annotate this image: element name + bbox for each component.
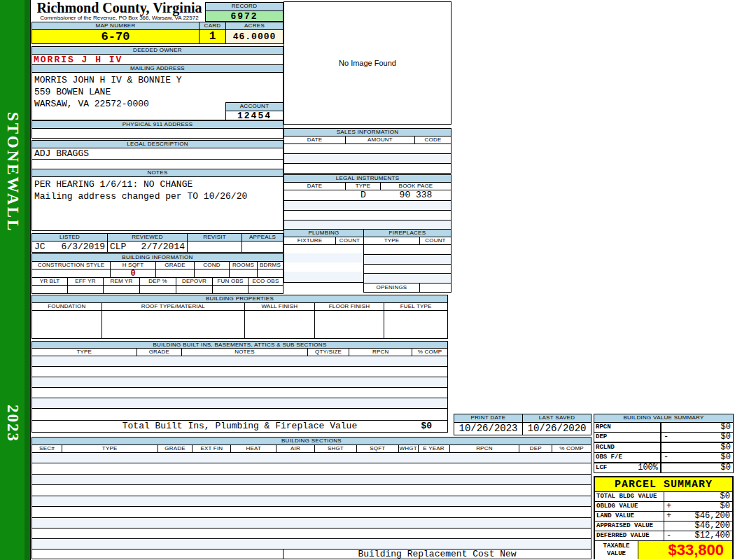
built-ins-total-row: Total Built Ins, Plumbing & Fireplace Va… bbox=[31, 420, 448, 433]
property-record-card: STONEWALL 2023 Richmond County, Virginia… bbox=[0, 0, 735, 560]
tax-year: 2023 bbox=[4, 405, 22, 442]
h-sqft-field[interactable]: 0 bbox=[111, 270, 156, 277]
col-rooms: ROOMS bbox=[230, 262, 258, 269]
col-floor-finish: FLOOR FINISH bbox=[315, 303, 385, 310]
construction-style-field[interactable] bbox=[32, 270, 111, 277]
county-title: Richmond County, Virginia bbox=[34, 1, 205, 15]
legal-instrument-row[interactable]: D 90 338 bbox=[284, 190, 451, 201]
col-yr-blt: YR BLT bbox=[32, 278, 68, 285]
col-e-year: E YEAR bbox=[419, 445, 450, 452]
instr-book-page-cell: 90 338 bbox=[381, 190, 451, 200]
appeals-label: APPEALS bbox=[242, 234, 283, 241]
built-ins-total-value: $0 bbox=[421, 421, 432, 432]
grade-field[interactable] bbox=[156, 270, 195, 277]
bvs-label: LCF 100% bbox=[594, 463, 661, 472]
col-cond: COND bbox=[195, 262, 230, 269]
col-fixture: FIXTURE bbox=[284, 237, 336, 244]
legal-description-field[interactable]: ADJ BRAGGS bbox=[31, 148, 284, 160]
sales-empty-row bbox=[284, 163, 451, 174]
col-sqft: SQFT bbox=[357, 445, 399, 452]
fireplace-empty-row bbox=[363, 244, 451, 255]
col-heat: HEAT bbox=[231, 445, 276, 452]
listed-field[interactable]: JC 6/3/2019 bbox=[32, 241, 108, 252]
bvs-row-obs: OBS F/E - $0 bbox=[594, 452, 734, 463]
building-sections-empty-row bbox=[31, 517, 592, 528]
bvs-label: RCLND bbox=[594, 443, 661, 452]
listed-label: LISTED bbox=[32, 234, 108, 241]
bvs-label: OBS F/E bbox=[594, 453, 661, 462]
col-pct-comp: % COMP bbox=[412, 349, 447, 356]
openings-row: OPENINGS bbox=[363, 283, 451, 293]
deeded-owner-field[interactable]: MORRIS J H IV bbox=[31, 54, 284, 65]
legal-instruments-empty-row bbox=[284, 210, 451, 220]
acres-field[interactable]: 46.0000 bbox=[225, 29, 284, 44]
building-sections-footer-row: Building Replacement Cost New bbox=[31, 549, 592, 559]
col-book-page: BOOK PAGE bbox=[381, 183, 451, 190]
bvs-label: DEP bbox=[594, 433, 661, 442]
col-instr-type: TYPE bbox=[346, 183, 381, 190]
revisit-label: REVISIT bbox=[188, 234, 242, 241]
col-construction-style: CONSTRUCTION STYLE bbox=[32, 262, 111, 269]
note-line: PER HEARING 1/6/11: NO CHANGE bbox=[34, 178, 283, 190]
notes-field[interactable]: PER HEARING 1/6/11: NO CHANGE Mailing ad… bbox=[31, 176, 284, 231]
cond-field[interactable] bbox=[195, 270, 230, 277]
appeals-field[interactable] bbox=[242, 241, 283, 252]
building-sections-empty-row bbox=[31, 484, 592, 496]
openings-count-field[interactable] bbox=[420, 284, 451, 292]
physical-911-field[interactable] bbox=[31, 128, 284, 139]
col-fireplace-type: TYPE bbox=[364, 237, 420, 244]
parcel-row: APPRAISED VALUE $46,200 bbox=[595, 522, 732, 531]
last-saved-value: 10/26/2020 bbox=[522, 422, 592, 435]
col-instr-date: DATE bbox=[284, 183, 346, 190]
col-fixture-count: COUNT bbox=[336, 237, 363, 244]
built-ins-total-label: Total Built Ins, Plumbing & Fireplace Va… bbox=[32, 421, 447, 432]
col-h-sqft: H SQFT bbox=[111, 262, 156, 269]
col-dep-pct: DEP % bbox=[140, 278, 176, 285]
col-notes: NOTES bbox=[182, 349, 307, 356]
card-number-field[interactable]: 1 bbox=[199, 29, 226, 44]
rooms-field[interactable] bbox=[230, 270, 258, 277]
sales-empty-row bbox=[284, 144, 451, 154]
building-sections-empty-row bbox=[31, 538, 592, 550]
record-number-field[interactable]: 6972 bbox=[205, 10, 284, 22]
property-image-panel: No Image Found bbox=[284, 1, 451, 125]
parcel-row: OBLDG VALUE + $0 bbox=[595, 502, 732, 512]
built-ins-empty-row bbox=[31, 377, 448, 388]
building-sections-empty-row bbox=[31, 506, 592, 518]
plumbing-rows bbox=[284, 244, 364, 283]
print-date-value: 10/26/2023 bbox=[454, 422, 523, 435]
bvs-value: $0 bbox=[661, 423, 733, 432]
col-qty-size: QTY/SIZE bbox=[308, 349, 350, 356]
bvs-value: $0 bbox=[661, 463, 733, 472]
no-image-message: No Image Found bbox=[339, 59, 396, 67]
parcel-row: DEFERRED VALUE - $12,400 bbox=[595, 531, 732, 541]
bvs-row-rclnd: RCLND $0 bbox=[594, 442, 734, 453]
map-number-field[interactable]: 6-70 bbox=[31, 29, 200, 44]
col-roof-type: ROOF TYPE/MATERIAL bbox=[102, 303, 245, 310]
built-ins-empty-row bbox=[31, 356, 448, 367]
bdrms-field[interactable] bbox=[258, 270, 283, 277]
bvs-row-dep: DEP - $0 bbox=[594, 432, 734, 443]
account-number-field[interactable]: 12454 bbox=[225, 111, 284, 120]
building-properties-values[interactable] bbox=[31, 310, 448, 339]
built-ins-empty-row bbox=[31, 366, 448, 377]
col-rpcn: RPCN bbox=[349, 349, 412, 356]
building-sections-empty-row bbox=[31, 463, 592, 475]
review-value-row: JC 6/3/2019 CLP 2/7/2014 bbox=[31, 241, 284, 253]
col-whgt: WHGT bbox=[399, 445, 419, 452]
building-info-row2-values[interactable] bbox=[31, 285, 284, 294]
office-line: Commissioner of the Revenue, PO Box 366,… bbox=[34, 15, 205, 21]
col-fireplace-count: COUNT bbox=[420, 237, 451, 244]
bvs-row-lcf: LCF 100% $0 bbox=[594, 463, 734, 473]
district-name: STONEWALL bbox=[4, 112, 22, 232]
col-grade: GRADE bbox=[156, 262, 195, 269]
revisit-field[interactable] bbox=[188, 241, 242, 252]
instr-type-cell: D bbox=[346, 190, 381, 200]
col-wall-finish: WALL FINISH bbox=[245, 303, 315, 310]
building-sections-empty-row bbox=[31, 452, 592, 463]
built-ins-empty-row bbox=[31, 398, 448, 409]
footer-label-cell: Building Replacement Cost New bbox=[284, 550, 591, 559]
col-shgt: SHGT bbox=[315, 445, 357, 452]
footer-left-cell bbox=[32, 550, 284, 559]
reviewed-field[interactable]: CLP 2/7/2014 bbox=[108, 241, 188, 252]
